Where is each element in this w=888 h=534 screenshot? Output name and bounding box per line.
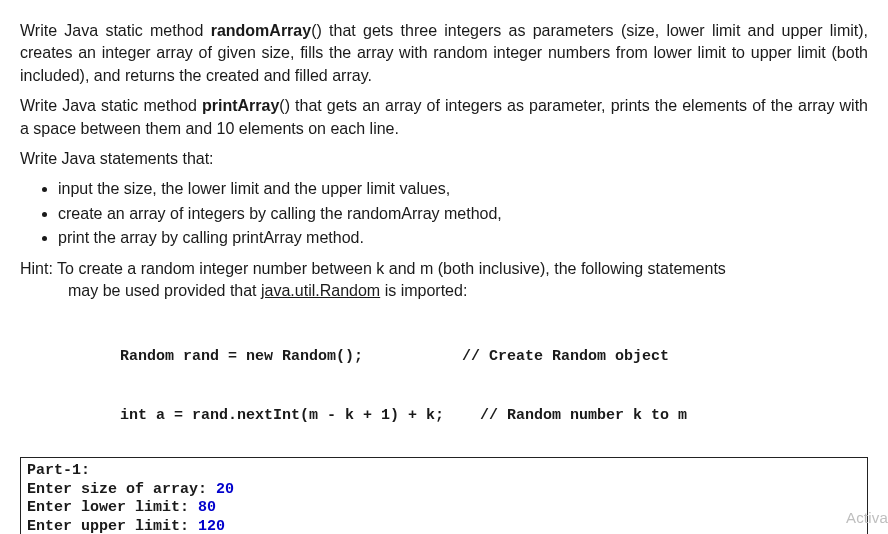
paragraph-3: Write Java statements that: <box>20 148 868 170</box>
paragraph-1: Write Java static method randomArray() t… <box>20 20 868 87</box>
bullet-1: input the size, the lower limit and the … <box>58 178 868 200</box>
para2-pre: Write Java static method <box>20 97 202 114</box>
hint-block: Hint: To create a random integer number … <box>20 258 868 303</box>
prompt-size: Enter size of array: <box>27 481 216 498</box>
code-line-2: int a = rand.nextInt(m - k + 1) + k; // … <box>120 406 868 426</box>
output-upper-line: Enter upper limit: 120 <box>27 518 861 534</box>
value-size: 20 <box>216 481 234 498</box>
para1-pre: Write Java static method <box>20 22 211 39</box>
output-size-line: Enter size of array: 20 <box>27 481 861 500</box>
output-box: Part-1: Enter size of array: 20 Enter lo… <box>20 457 868 534</box>
value-upper: 120 <box>198 518 225 534</box>
paragraph-2: Write Java static method printArray() th… <box>20 95 868 140</box>
method-name-printarray: printArray <box>202 97 279 114</box>
output-title: Part-1: <box>27 462 861 481</box>
output-lower-line: Enter lower limit: 80 <box>27 499 861 518</box>
hint-import-link: java.util.Random <box>261 282 380 299</box>
bullet-list: input the size, the lower limit and the … <box>20 178 868 249</box>
method-name-randomarray: randomArray <box>211 22 311 39</box>
hint-line-1: Hint: To create a random integer number … <box>20 258 868 280</box>
bullet-2: create an array of integers by calling t… <box>58 203 868 225</box>
value-lower: 80 <box>198 499 216 516</box>
bullet-3: print the array by calling printArray me… <box>58 227 868 249</box>
hint-sub-post: is imported: <box>380 282 467 299</box>
watermark-text: Activa <box>846 507 888 528</box>
prompt-lower: Enter lower limit: <box>27 499 198 516</box>
hint-sub-pre: may be used provided that <box>68 282 261 299</box>
prompt-upper: Enter upper limit: <box>27 518 198 534</box>
code-snippet: Random rand = new Random(); // Create Ra… <box>120 308 868 445</box>
hint-line-2: may be used provided that java.util.Rand… <box>68 280 868 302</box>
code-line-1: Random rand = new Random(); // Create Ra… <box>120 347 868 367</box>
